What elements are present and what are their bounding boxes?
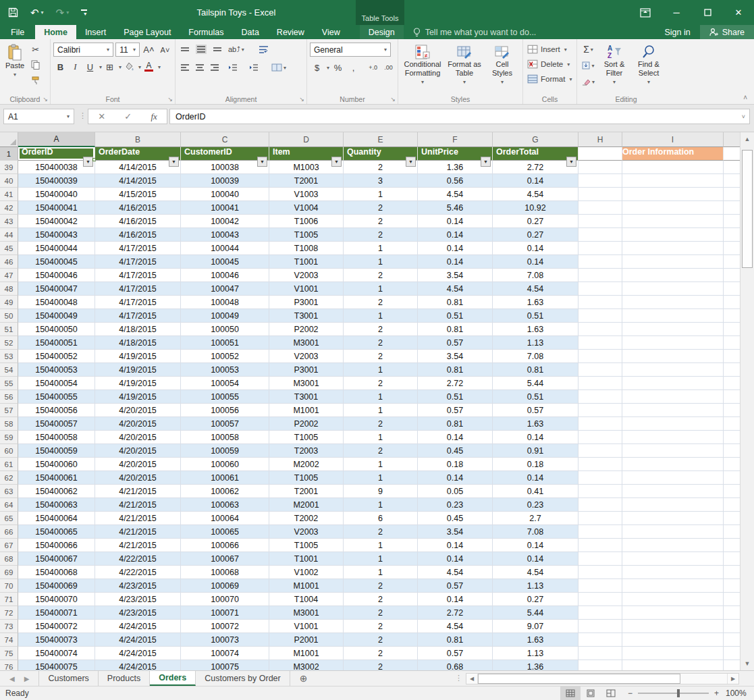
- empty-cell[interactable]: [622, 188, 724, 201]
- data-cell[interactable]: 5.44: [493, 606, 578, 620]
- share-button[interactable]: Share: [700, 25, 754, 39]
- tell-me-box[interactable]: Tell me what you want to do...: [413, 25, 537, 39]
- data-cell[interactable]: 0.81: [418, 323, 493, 336]
- format-painter-icon[interactable]: [28, 74, 43, 87]
- empty-cell[interactable]: [578, 606, 622, 620]
- table-header-cell-ordertotal[interactable]: OrderTotal▼: [493, 147, 578, 161]
- row-header-75[interactable]: 75: [0, 647, 18, 660]
- data-cell[interactable]: 100042: [181, 215, 269, 228]
- data-cell[interactable]: 150400059: [18, 444, 95, 458]
- data-cell[interactable]: 2.72: [418, 377, 493, 390]
- empty-cell[interactable]: [578, 255, 622, 269]
- increase-decimal-icon[interactable]: +.0: [366, 61, 380, 74]
- font-color-caret[interactable]: ▾: [158, 64, 161, 70]
- data-cell[interactable]: 0.91: [493, 444, 578, 458]
- table-header-cell-quantity[interactable]: Quantity▼: [344, 147, 418, 161]
- data-cell[interactable]: 0.14: [493, 255, 578, 269]
- filter-dropdown-icon[interactable]: ▼: [257, 157, 267, 167]
- data-cell[interactable]: 0.14: [418, 255, 493, 269]
- header-cell-h[interactable]: [578, 147, 622, 161]
- row-header-73[interactable]: 73: [0, 620, 18, 633]
- data-cell[interactable]: V2003: [269, 525, 344, 539]
- data-cell[interactable]: 4/23/2015: [95, 579, 181, 593]
- data-cell[interactable]: 100073: [181, 633, 269, 647]
- data-cell[interactable]: 4/18/2015: [95, 323, 181, 336]
- empty-cell[interactable]: [724, 566, 740, 579]
- row-header-47[interactable]: 47: [0, 269, 18, 282]
- empty-cell[interactable]: [622, 471, 724, 485]
- data-cell[interactable]: 4/17/2015: [95, 269, 181, 282]
- data-cell[interactable]: P2001: [269, 633, 344, 647]
- data-cell[interactable]: 2: [344, 647, 418, 660]
- data-cell[interactable]: 5.44: [493, 377, 578, 390]
- empty-cell[interactable]: [724, 363, 740, 377]
- data-cell[interactable]: 0.57: [418, 579, 493, 593]
- data-cell[interactable]: 4/19/2015: [95, 350, 181, 363]
- empty-cell[interactable]: [724, 390, 740, 404]
- close-button[interactable]: ✕: [723, 0, 754, 25]
- data-cell[interactable]: 4/19/2015: [95, 363, 181, 377]
- data-cell[interactable]: 4/20/2015: [95, 444, 181, 458]
- borders-icon[interactable]: ⊞: [103, 60, 117, 74]
- empty-cell[interactable]: [622, 512, 724, 525]
- ribbon-tab-formulas[interactable]: Formulas: [180, 25, 232, 39]
- data-cell[interactable]: T2002: [269, 512, 344, 525]
- comma-format-icon[interactable]: ,: [346, 61, 360, 74]
- empty-cell[interactable]: [578, 431, 622, 444]
- data-cell[interactable]: 150400064: [18, 512, 95, 525]
- data-cell[interactable]: 4/17/2015: [95, 255, 181, 269]
- data-cell[interactable]: 0.81: [493, 363, 578, 377]
- data-cell[interactable]: 100058: [181, 431, 269, 444]
- data-cell[interactable]: 1: [344, 309, 418, 323]
- data-cell[interactable]: 150400048: [18, 296, 95, 309]
- data-cell[interactable]: 100041: [181, 201, 269, 215]
- ribbon-tab-data[interactable]: Data: [232, 25, 267, 39]
- data-cell[interactable]: P3001: [269, 363, 344, 377]
- number-format-combo[interactable]: General▾: [310, 43, 391, 57]
- borders-caret[interactable]: ▾: [119, 64, 122, 70]
- data-cell[interactable]: 2: [344, 377, 418, 390]
- formula-bar-splitter[interactable]: ⋮: [79, 111, 86, 120]
- data-cell[interactable]: 100059: [181, 444, 269, 458]
- column-header-clipped[interactable]: [724, 132, 740, 147]
- sheet-tab-customers[interactable]: Customers: [38, 671, 98, 686]
- empty-cell[interactable]: [622, 633, 724, 647]
- redo-button[interactable]: ↷▾: [56, 7, 70, 19]
- row-header-60[interactable]: 60: [0, 444, 18, 458]
- data-cell[interactable]: 150400047: [18, 282, 95, 296]
- empty-cell[interactable]: [622, 593, 724, 606]
- data-cell[interactable]: 4.54: [418, 620, 493, 633]
- data-cell[interactable]: 150400051: [18, 336, 95, 350]
- filter-dropdown-icon[interactable]: ▼: [566, 157, 576, 167]
- row-header-50[interactable]: 50: [0, 309, 18, 323]
- data-cell[interactable]: 2: [344, 201, 418, 215]
- undo-button[interactable]: ↶▾: [30, 7, 44, 19]
- data-cell[interactable]: 0.14: [418, 431, 493, 444]
- data-cell[interactable]: 150400042: [18, 215, 95, 228]
- empty-cell[interactable]: [578, 282, 622, 296]
- currency-caret[interactable]: ▾: [327, 65, 329, 71]
- column-header-F[interactable]: F: [418, 132, 493, 147]
- data-cell[interactable]: 0.57: [418, 404, 493, 417]
- data-cell[interactable]: 1.63: [493, 323, 578, 336]
- data-cell[interactable]: 100072: [181, 620, 269, 633]
- zoom-percentage[interactable]: 100%: [726, 689, 754, 698]
- data-cell[interactable]: 100067: [181, 552, 269, 566]
- decrease-font-icon[interactable]: A˅: [158, 43, 172, 57]
- bottom-align-icon[interactable]: [213, 47, 221, 51]
- empty-cell[interactable]: [578, 647, 622, 660]
- data-cell[interactable]: 0.14: [418, 228, 493, 242]
- row-header-42[interactable]: 42: [0, 201, 18, 215]
- data-cell[interactable]: 4/23/2015: [95, 606, 181, 620]
- empty-cell[interactable]: [724, 552, 740, 566]
- empty-cell[interactable]: [622, 431, 724, 444]
- expand-formula-bar-icon[interactable]: ˅: [742, 113, 745, 120]
- data-cell[interactable]: 1: [344, 390, 418, 404]
- ribbon-tab-home[interactable]: Home: [35, 25, 76, 39]
- row-header-58[interactable]: 58: [0, 417, 18, 431]
- data-cell[interactable]: 0.51: [493, 309, 578, 323]
- empty-cell[interactable]: [578, 323, 622, 336]
- data-cell[interactable]: 100074: [181, 647, 269, 660]
- sheet-tab-customers-by-order[interactable]: Customers by Order: [196, 671, 290, 686]
- empty-cell[interactable]: [724, 485, 740, 498]
